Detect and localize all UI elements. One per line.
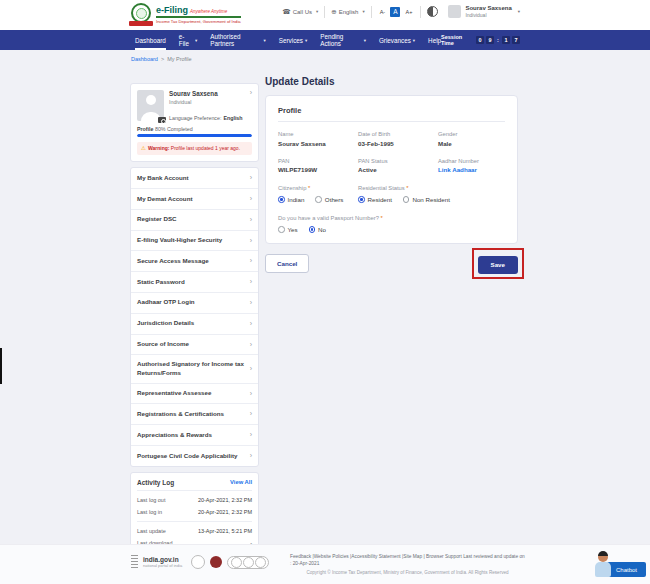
nav-dashboard[interactable]: Dashboard <box>135 30 166 50</box>
sidebar-item-appreciations-rewards[interactable]: Appreciations & Rewards› <box>131 425 258 446</box>
radio-passport-yes[interactable]: Yes <box>278 226 298 233</box>
field-aadhar-number: Aadhar Number Link Aadhaar <box>438 158 505 174</box>
radio-label: Others <box>325 196 344 203</box>
breadcrumb-separator: > <box>161 56 164 62</box>
footer-links[interactable]: Feedback |Website Policies |Accessibilit… <box>290 554 462 559</box>
radio-passport-no[interactable]: No <box>309 226 326 233</box>
field-gender: Gender Male <box>438 131 505 147</box>
sidebar-item-aadhaar-otp-login[interactable]: Aadhaar OTP Login› <box>131 293 258 314</box>
call-us-button[interactable]: ☎ Call Us <box>283 8 319 16</box>
activity-row-last-log-out: Last log out 20-Apr-2021, 2:32 PM <box>137 497 252 503</box>
nav-pending-actions[interactable]: Pending Actions <box>320 30 366 50</box>
sidebar-item-registrations-certifications[interactable]: Registrations & Certifications› <box>131 404 258 425</box>
font-default-button[interactable]: A <box>390 7 400 17</box>
activity-row-last-log-in: Last log in 20-Apr-2021, 2:32 PM <box>137 509 252 515</box>
profile-summary-card: Sourav Saxsena › Individual Language Pre… <box>130 83 259 162</box>
nav-authorised-partners[interactable]: Authorised Partners <box>210 30 265 50</box>
nav-grievances[interactable]: Grievances <box>379 30 415 50</box>
field-label: Name <box>278 131 358 137</box>
language-selector[interactable]: ⊕ English <box>331 8 364 16</box>
field-value: Sourav Saxsena <box>278 140 358 147</box>
sidebar-item-source-of-income[interactable]: Source of Income› <box>131 335 258 356</box>
radio-residential-resident[interactable]: Resident <box>358 196 392 203</box>
font-increase-button[interactable]: A+ <box>403 8 414 16</box>
radio-citizenship-others[interactable]: Others <box>315 196 343 203</box>
certification-badge-icon <box>191 555 205 569</box>
chevron-right-icon: › <box>250 173 252 183</box>
brand-rule <box>156 16 241 18</box>
india-gov-subtitle: national portal of india <box>143 563 182 568</box>
profile-progress-bar <box>137 134 252 137</box>
contrast-toggle[interactable] <box>427 6 438 17</box>
user-avatar <box>448 5 461 18</box>
sidebar-item-jurisdiction-details[interactable]: Jurisdiction Details› <box>131 314 258 335</box>
save-button[interactable]: Save <box>478 256 518 274</box>
radio-icon <box>278 226 285 233</box>
footer-copyright: Copyright © Income Tax Department, Minis… <box>290 570 525 577</box>
field-name: Name Sourav Saxsena <box>278 131 358 147</box>
font-decrease-button[interactable]: A- <box>378 8 388 16</box>
breadcrumb-dashboard-link[interactable]: Dashboard <box>131 56 158 62</box>
sidebar-item-label: Authorised Signatory for Income tax Retu… <box>137 360 246 377</box>
sidebar-item-secure-access-message[interactable]: Secure Access Message› <box>131 251 258 272</box>
sidebar-item-static-password[interactable]: Static Password› <box>131 272 258 293</box>
field-value: WILPE7199W <box>278 166 358 173</box>
session-digit: 9 <box>486 36 494 44</box>
nav-services[interactable]: Services <box>279 30 307 50</box>
session-digit: 0 <box>476 36 484 44</box>
field-label: PAN Status <box>358 158 438 164</box>
sidebar-item-e-filing-vault[interactable]: E-filing Vault-Higher Security› <box>131 231 258 252</box>
brand-tagline: Anywhere Anytime <box>190 9 227 14</box>
profile-name: Sourav Saxsena <box>169 90 218 97</box>
profile-warning-banner: ⚠ Warning: Profile last updated 1 year a… <box>137 142 252 155</box>
citizenship-residential-row: Citizenship * Indian Others Residential … <box>278 184 505 203</box>
form-actions: Cancel Save <box>265 253 518 274</box>
sidebar-item-portugese-civil-code[interactable]: Portugese Civil Code Applicability› <box>131 446 258 466</box>
india-gov-emblem-icon <box>131 555 138 569</box>
radio-icon <box>278 196 285 203</box>
page-background: Dashboard > My Profile Sourav Saxsena › … <box>0 50 650 545</box>
sidebar-item-label: My Demat Account <box>137 195 192 204</box>
session-colon: : <box>496 37 500 43</box>
radio-citizenship-indian[interactable]: Indian <box>278 196 304 203</box>
residential-label: Residential Status <box>358 185 405 191</box>
chevron-right-icon[interactable]: › <box>250 90 252 96</box>
chevron-right-icon: › <box>250 430 252 440</box>
residential-status-group: Residential Status * Resident Non Reside… <box>358 184 505 203</box>
warning-triangle-icon: ⚠ <box>141 145 146 152</box>
radio-label: Resident <box>368 196 392 203</box>
nav-e-file[interactable]: e-File <box>179 30 198 50</box>
radio-residential-non-resident[interactable]: Non Resident <box>403 196 450 203</box>
profile-type: Individual <box>169 99 252 105</box>
sidebar-item-my-bank-account[interactable]: My Bank Account› <box>131 168 258 189</box>
activity-value: 20-Apr-2021, 2:32 PM <box>198 497 252 503</box>
nav-help[interactable]: Help <box>428 30 441 50</box>
link-aadhaar-link[interactable]: Link Aadhaar <box>438 166 505 173</box>
radio-icon <box>315 196 322 203</box>
camera-icon[interactable] <box>158 117 166 123</box>
breadcrumb-current: My Profile <box>167 56 191 62</box>
required-mark: * <box>308 185 310 191</box>
field-value: 03-Feb-1995 <box>358 140 438 147</box>
sidebar-item-my-demat-account[interactable]: My Demat Account› <box>131 189 258 210</box>
sidebar-item-authorised-signatory[interactable]: Authorised Signatory for Income tax Retu… <box>131 355 258 383</box>
phone-icon: ☎ <box>283 8 291 16</box>
sidebar-item-register-dsc[interactable]: Register DSC› <box>131 210 258 231</box>
view-all-link[interactable]: View All <box>230 479 252 485</box>
divider <box>137 521 252 522</box>
divider <box>420 6 421 18</box>
chevron-right-icon: › <box>250 340 252 350</box>
field-pan: PAN WILPE7199W <box>278 158 358 174</box>
india-gov-title: india.gov.in <box>143 556 182 563</box>
chatbot-button[interactable]: Chatbot <box>607 562 646 577</box>
cancel-button[interactable]: Cancel <box>265 254 309 273</box>
radio-icon <box>309 226 316 233</box>
user-menu[interactable]: Sourav Saxsena Individual <box>448 5 520 18</box>
language-preference-value: English <box>223 115 242 121</box>
divider <box>371 6 372 18</box>
activity-value: 20-Apr-2021, 2:32 PM <box>198 509 252 515</box>
sidebar-item-label: Aadhaar OTP Login <box>137 298 195 307</box>
app-footer: india.gov.in national portal of india Fe… <box>0 544 650 584</box>
sidebar-item-representative-assessee[interactable]: Representative Assessee› <box>131 384 258 405</box>
sidebar-item-label: Secure Access Message <box>137 257 209 266</box>
